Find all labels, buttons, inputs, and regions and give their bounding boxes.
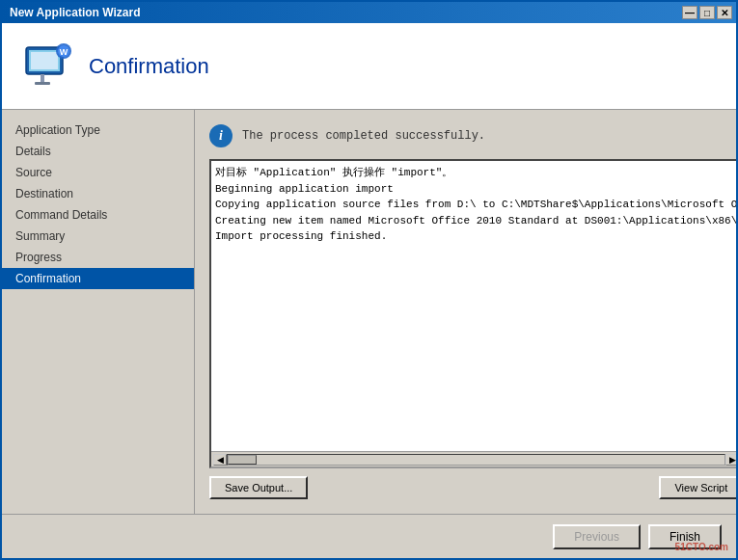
nav-item-command-details[interactable]: Command Details	[2, 204, 194, 226]
scroll-right-btn[interactable]: ▶	[725, 454, 736, 466]
previous-button[interactable]: Previous	[553, 524, 641, 549]
wizard-header: W Confirmation	[2, 23, 736, 110]
wizard-main: i The process completed successfully. 对目…	[195, 110, 736, 514]
window-title: New Application Wizard	[10, 6, 140, 19]
save-output-button[interactable]: Save Output...	[209, 476, 308, 499]
page-title: Confirmation	[89, 54, 209, 79]
svg-rect-2	[31, 52, 58, 69]
wizard-window: New Application Wizard — □ ✕	[0, 0, 738, 560]
svg-rect-4	[35, 82, 50, 85]
maximize-button[interactable]: □	[699, 6, 715, 19]
nav-item-progress[interactable]: Progress	[2, 247, 194, 268]
finish-button[interactable]: Finish	[648, 524, 722, 549]
wizard-body: W Confirmation Application TypeDetailsSo…	[2, 23, 736, 558]
title-bar-buttons: — □ ✕	[682, 6, 732, 19]
close-button[interactable]: ✕	[717, 6, 732, 19]
nav-item-summary[interactable]: Summary	[2, 226, 194, 247]
wizard-footer: Previous Finish	[2, 514, 736, 558]
nav-item-application-type[interactable]: Application Type	[2, 120, 194, 141]
horizontal-scrollbar[interactable]: ◀ ▶	[211, 451, 736, 467]
status-text: The process completed successfully.	[242, 129, 485, 143]
nav-item-destination[interactable]: Destination	[2, 183, 194, 204]
svg-text:W: W	[60, 47, 68, 57]
wizard-content: Application TypeDetailsSourceDestination…	[2, 110, 736, 514]
title-bar: New Application Wizard — □ ✕	[2, 2, 736, 23]
minimize-button[interactable]: —	[682, 6, 697, 19]
log-content[interactable]: 对目标 "Application" 执行操作 "import"。 Beginni…	[211, 161, 736, 451]
view-script-button[interactable]: View Script	[659, 476, 736, 499]
wizard-nav: Application TypeDetailsSourceDestination…	[2, 110, 195, 514]
scrollbar-thumb[interactable]	[228, 455, 257, 465]
log-box: 对目标 "Application" 执行操作 "import"。 Beginni…	[209, 159, 736, 468]
status-row: i The process completed successfully.	[209, 124, 736, 147]
nav-item-confirmation[interactable]: Confirmation	[2, 268, 194, 289]
scroll-left-btn[interactable]: ◀	[213, 454, 227, 466]
nav-item-source[interactable]: Source	[2, 162, 194, 183]
scrollbar-track	[227, 454, 725, 466]
info-icon: i	[209, 124, 232, 147]
log-buttons: Save Output... View Script	[209, 476, 736, 499]
wizard-icon: W	[21, 40, 74, 93]
nav-item-details[interactable]: Details	[2, 141, 194, 162]
svg-rect-3	[41, 74, 44, 82]
